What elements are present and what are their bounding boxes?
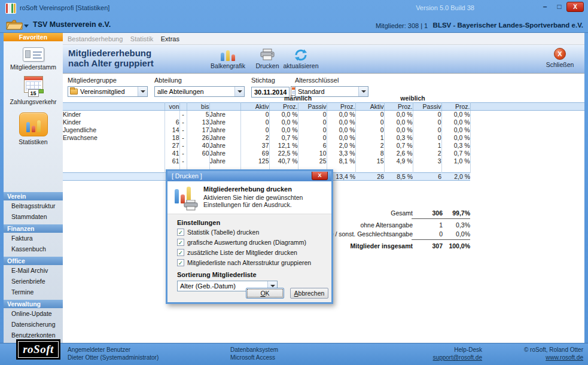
minimize-button[interactable]: – bbox=[540, 2, 550, 11]
table-cell: 0,0 % bbox=[269, 126, 298, 133]
checkbox-icon[interactable]: ✓ bbox=[177, 249, 184, 256]
checkbox-icon[interactable]: ✓ bbox=[177, 239, 184, 246]
checkbox-label: Mitgliederliste nach Altersstruktur grup… bbox=[187, 259, 311, 266]
aktualisieren-button[interactable]: aktualisieren bbox=[275, 48, 327, 69]
sidebar-item-beitragsstruktur[interactable]: Beitragsstruktur bbox=[4, 200, 63, 211]
table-cell: Kinder bbox=[63, 118, 164, 126]
dialog-checkbox-row[interactable]: ✓grafische Auswertung drucken (Diagramm) bbox=[177, 239, 331, 246]
table-cell: 0,0 % bbox=[441, 118, 470, 126]
club-name: TSV Musterverein e.V. bbox=[33, 20, 111, 29]
sidebar-item-serienbriefe[interactable]: Serienbriefe bbox=[4, 276, 63, 287]
menu-extras[interactable]: Extras bbox=[161, 35, 179, 42]
sidebar-item-datensicherung[interactable]: Datensicherung bbox=[4, 319, 63, 330]
table-cell: - bbox=[179, 133, 187, 141]
table-cell: 0 bbox=[413, 133, 441, 141]
dialog-titlebar[interactable]: [ Drucken ] X bbox=[167, 171, 331, 181]
table-cell: Erwachsene bbox=[63, 133, 164, 141]
menu-bestandserhebung[interactable]: Bestandserhebung bbox=[68, 35, 123, 42]
table-cell: - bbox=[179, 118, 187, 126]
table-cell: 0 bbox=[298, 133, 327, 141]
sidebar: Favoriten Mitgliederstamm 15 Zahlungsver… bbox=[4, 33, 63, 343]
table-cell: Jahre bbox=[209, 118, 240, 126]
table-cell: 0,7 % bbox=[384, 141, 413, 149]
totals-cell: 8,5 % bbox=[384, 172, 413, 180]
table-row[interactable]: 27-40Jahre3712,1 %62,0 %20,7 %10,3 % bbox=[63, 141, 584, 149]
checkbox-icon[interactable]: ✓ bbox=[177, 229, 184, 236]
support-email-link[interactable]: support@rosoft.de bbox=[433, 354, 482, 361]
status-helpdesk: Help-Desk support@rosoft.de bbox=[433, 346, 482, 361]
dialog-checkbox-list: ✓Statistik (Tabelle) drucken✓grafische A… bbox=[167, 229, 331, 266]
close-window-button[interactable]: X bbox=[566, 2, 584, 12]
sidebar-item-zahlungsverkehr[interactable]: 15 Zahlungsverkehr bbox=[4, 76, 63, 105]
table-row[interactable]: Jugendliche14-17Jahre00,0 %00,0 %00,0 %0… bbox=[63, 126, 584, 133]
folder-icon[interactable] bbox=[6, 19, 23, 31]
table-cell: 10 bbox=[298, 149, 327, 157]
sidebar-section-header: Office bbox=[4, 257, 63, 265]
table-cell: 125 bbox=[240, 157, 269, 165]
table-cell: Jahre bbox=[209, 149, 240, 157]
checkbox-icon[interactable]: ✓ bbox=[177, 259, 184, 266]
ok-button[interactable]: OK bbox=[246, 288, 284, 299]
folder-icon bbox=[70, 89, 78, 95]
maximize-button[interactable]: □ bbox=[555, 2, 564, 11]
table-row[interactable]: Kinder-5Jahre00,0 %00,0 %00,0 %00,0 % bbox=[63, 110, 584, 118]
totals-cell bbox=[63, 172, 164, 180]
checkbox-label: zusätzliche Liste der Mitglieder drucken bbox=[187, 249, 297, 256]
table-cell: - bbox=[179, 126, 187, 133]
favorites-header: Favoriten bbox=[4, 33, 63, 41]
table-row[interactable]: Erwachsene18-26Jahre20,7 %00,0 %10,3 %00… bbox=[63, 133, 584, 141]
table-cell bbox=[470, 157, 584, 165]
sidebar-item-faktura[interactable]: Faktura bbox=[4, 233, 63, 244]
schliessen-button[interactable]: X Schließen bbox=[534, 48, 586, 68]
status-copyright: © roSoft, Roland Otter www.rosoft.de bbox=[524, 346, 583, 361]
table-cell: 0,0 % bbox=[269, 118, 298, 126]
table-cell: 12,1 % bbox=[269, 141, 298, 149]
sidebar-item-statistiken[interactable]: Statistiken bbox=[4, 112, 63, 145]
dialog-checkbox-row[interactable]: ✓Mitgliederliste nach Altersstruktur gru… bbox=[177, 259, 331, 266]
table-cell: 0,0 % bbox=[441, 133, 470, 141]
totals-cell bbox=[470, 172, 584, 180]
sidebar-item-kassenbuch[interactable]: Kassenbuch bbox=[4, 244, 63, 254]
table-row[interactable]: 61-Jahre12540,7 %258,1 %154,9 %31,0 % bbox=[63, 157, 584, 165]
table-row[interactable]: Kinder6-13Jahre00,0 %00,0 %00,0 %00,0 % bbox=[63, 118, 584, 126]
member-count: Mitglieder: 308 | 1 bbox=[376, 22, 428, 29]
table-cell: 13 bbox=[187, 118, 209, 126]
table-row[interactable]: 41-60Jahre6922,5 %103,3 %82,6 %20,7 % bbox=[63, 149, 584, 157]
checkbox-label: grafische Auswertung drucken (Diagramm) bbox=[187, 239, 306, 246]
menu-statistik[interactable]: Statistik bbox=[130, 35, 154, 42]
table-cell: 41 bbox=[164, 149, 179, 157]
cancel-button[interactable]: Abbrechen bbox=[290, 288, 328, 299]
table-cell: 1 bbox=[413, 141, 441, 149]
table-cell bbox=[470, 149, 584, 157]
print-dialog: [ Drucken ] X Mitgliedererhebung drucken… bbox=[166, 169, 333, 304]
table-cell bbox=[470, 133, 584, 141]
spacer-cell bbox=[470, 165, 584, 172]
table-cell: 0 bbox=[240, 110, 269, 118]
dialog-close-button[interactable]: X bbox=[312, 172, 328, 180]
sidebar-item-online-update[interactable]: Online-Update bbox=[4, 308, 63, 319]
dialog-checkbox-row[interactable]: ✓Statistik (Tabelle) drucken bbox=[177, 229, 331, 236]
dialog-checkbox-row[interactable]: ✓zusätzliche Liste der Mitglieder drucke… bbox=[177, 249, 331, 256]
table-cell: 0 bbox=[298, 110, 327, 118]
table-cell: Jahre bbox=[209, 157, 240, 165]
spacer-cell bbox=[441, 165, 470, 172]
table-cell: 4,9 % bbox=[384, 157, 413, 165]
table-cell bbox=[63, 141, 164, 149]
spacer-cell bbox=[384, 165, 413, 172]
dialog-description: Aktivieren Sie hier die gewünschten Eins… bbox=[203, 194, 328, 208]
table-cell: 2,0 % bbox=[327, 141, 355, 149]
table-cell: 0,3 % bbox=[384, 133, 413, 141]
sidebar-item-mitgliederstamm[interactable]: Mitgliederstamm bbox=[4, 47, 63, 71]
table-cell: 1 bbox=[355, 133, 384, 141]
table-cell: 25 bbox=[298, 157, 327, 165]
table-cell: 37 bbox=[240, 141, 269, 149]
club-dropdown-caret[interactable] bbox=[24, 25, 29, 28]
website-link[interactable]: www.rosoft.de bbox=[546, 354, 583, 361]
sidebar-item-e-mail-archiv[interactable]: E-Mail Archiv bbox=[4, 265, 63, 276]
table-cell: 26 bbox=[187, 133, 209, 141]
table-cell bbox=[470, 141, 584, 149]
sidebar-item-stammdaten[interactable]: Stammdaten bbox=[4, 211, 63, 222]
sidebar-item-termine[interactable]: Termine bbox=[4, 287, 63, 297]
refresh-icon bbox=[275, 48, 327, 61]
table-cell: 0 bbox=[298, 126, 327, 133]
